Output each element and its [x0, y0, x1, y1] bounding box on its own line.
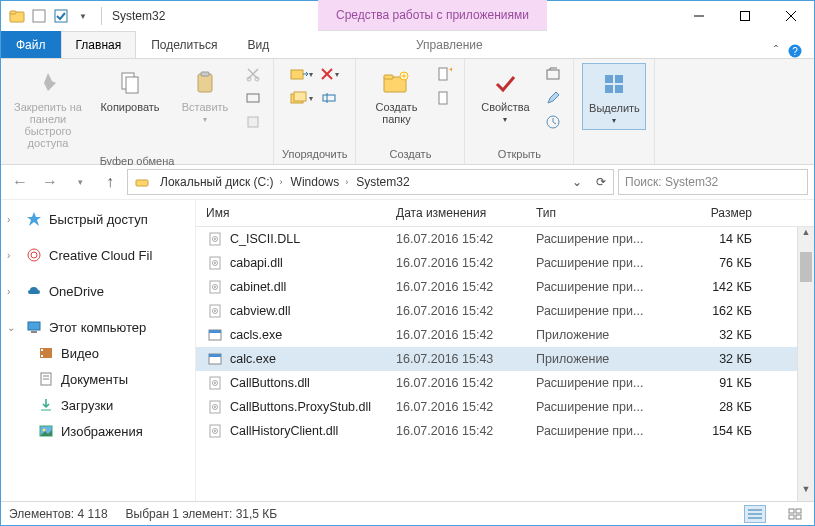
- properties-button[interactable]: Свойства ▾: [473, 63, 537, 128]
- col-size[interactable]: Размер: [674, 206, 752, 220]
- help-icon[interactable]: ?: [788, 44, 802, 58]
- maximize-button[interactable]: [722, 1, 768, 31]
- file-row[interactable]: cabview.dll16.07.2016 15:42Расширение пр…: [196, 299, 797, 323]
- minimize-button[interactable]: [676, 1, 722, 31]
- svg-rect-26: [384, 75, 393, 79]
- file-icon: [206, 326, 224, 344]
- collapse-ribbon-icon[interactable]: ˆ: [774, 44, 778, 58]
- breadcrumb: Локальный диск (C:)›: [156, 175, 287, 189]
- file-type: Приложение: [536, 328, 674, 342]
- col-date[interactable]: Дата изменения: [396, 206, 536, 220]
- file-size: 14 КБ: [674, 232, 752, 246]
- file-size: 162 КБ: [674, 304, 752, 318]
- file-row[interactable]: CallHistoryClient.dll16.07.2016 15:42Рас…: [196, 419, 797, 443]
- qat-dropdown-icon[interactable]: ▼: [73, 6, 93, 26]
- nav-onedrive[interactable]: ›OneDrive: [7, 278, 195, 304]
- col-name[interactable]: Имя: [206, 206, 396, 220]
- qat-item-checked[interactable]: [51, 6, 71, 26]
- navigation-pane[interactable]: ›Быстрый доступ ›Creative Cloud Fil ›One…: [1, 200, 196, 501]
- svg-rect-11: [126, 77, 138, 93]
- svg-rect-23: [323, 95, 335, 101]
- paste-shortcut-icon[interactable]: [241, 111, 265, 133]
- nav-quick-access[interactable]: ›Быстрый доступ: [7, 206, 195, 232]
- copy-to-icon[interactable]: ▾: [289, 87, 313, 109]
- window-title: System32: [112, 9, 165, 23]
- nav-documents[interactable]: Документы: [7, 366, 195, 392]
- close-button[interactable]: [768, 1, 814, 31]
- nav-pictures[interactable]: Изображения: [7, 418, 195, 444]
- search-input[interactable]: Поиск: System32: [618, 169, 808, 195]
- file-name: cabinet.dll: [230, 280, 286, 294]
- chevron-right-icon[interactable]: ›: [276, 177, 283, 187]
- chevron-right-icon[interactable]: ›: [341, 177, 348, 187]
- file-row[interactable]: CallButtons.dll16.07.2016 15:42Расширени…: [196, 371, 797, 395]
- svg-rect-5: [741, 12, 750, 21]
- tab-manage[interactable]: Управление: [391, 31, 508, 58]
- file-size: 32 КБ: [674, 328, 752, 342]
- tab-file[interactable]: Файл: [1, 31, 61, 58]
- nav-creative-cloud[interactable]: ›Creative Cloud Fil: [7, 242, 195, 268]
- refresh-icon[interactable]: ⟳: [589, 175, 613, 189]
- vertical-scrollbar[interactable]: ▲ ▼: [797, 227, 814, 501]
- svg-rect-30: [439, 68, 447, 80]
- view-large-icons-button[interactable]: [784, 505, 806, 523]
- scroll-up-icon[interactable]: ▲: [798, 227, 814, 244]
- scrollbar-thumb[interactable]: [800, 252, 812, 282]
- nav-downloads[interactable]: Загрузки: [7, 392, 195, 418]
- svg-rect-13: [201, 72, 209, 76]
- svg-point-58: [214, 262, 216, 264]
- tab-view[interactable]: Вид: [232, 31, 284, 58]
- tab-share[interactable]: Поделиться: [136, 31, 232, 58]
- chevron-right-icon[interactable]: ›: [7, 250, 19, 261]
- column-headers[interactable]: Имя Дата изменения Тип Размер: [196, 200, 814, 227]
- chevron-down-icon[interactable]: ⌄: [7, 322, 19, 333]
- file-row[interactable]: cabinet.dll16.07.2016 15:42Расширение пр…: [196, 275, 797, 299]
- svg-point-40: [28, 249, 40, 261]
- file-row[interactable]: cacls.exe16.07.2016 15:42Приложение32 КБ: [196, 323, 797, 347]
- svg-point-64: [214, 310, 216, 312]
- rename-icon[interactable]: [317, 87, 341, 109]
- forward-button[interactable]: →: [37, 169, 63, 195]
- paste-button[interactable]: Вставить ▾: [173, 63, 237, 128]
- svg-rect-36: [615, 75, 623, 83]
- cut-icon[interactable]: [241, 63, 265, 85]
- move-to-icon[interactable]: ▾: [289, 63, 313, 85]
- file-name: CallButtons.ProxyStub.dll: [230, 400, 371, 414]
- easy-access-icon[interactable]: [432, 87, 456, 109]
- up-button[interactable]: ↑: [97, 169, 123, 195]
- delete-icon[interactable]: ▾: [317, 63, 341, 85]
- nav-this-pc[interactable]: ⌄Этот компьютер: [7, 314, 195, 340]
- col-type[interactable]: Тип: [536, 206, 674, 220]
- svg-rect-37: [605, 85, 613, 93]
- file-row[interactable]: calc.exe16.07.2016 15:43Приложение32 КБ: [196, 347, 797, 371]
- back-button[interactable]: ←: [7, 169, 33, 195]
- new-folder-button[interactable]: Создать папку: [364, 63, 428, 129]
- select-button[interactable]: Выделить ▾: [582, 63, 646, 130]
- copy-button[interactable]: Копировать: [91, 63, 169, 117]
- nav-row: ← → ▾ ↑ Локальный диск (C:)› Windows› Sy…: [1, 165, 814, 199]
- view-details-button[interactable]: [744, 505, 766, 523]
- scroll-down-icon[interactable]: ▼: [798, 484, 814, 501]
- pin-quickaccess-button[interactable]: Закрепить на панели быстрого доступа: [9, 63, 87, 153]
- file-icon: [206, 374, 224, 392]
- svg-text:✦: ✦: [448, 66, 452, 75]
- copy-path-icon[interactable]: [241, 87, 265, 109]
- drive-icon: [128, 174, 156, 190]
- address-bar[interactable]: Локальный диск (C:)› Windows› System32 ⌄…: [127, 169, 614, 195]
- chevron-right-icon[interactable]: ›: [7, 286, 19, 297]
- edit-icon[interactable]: [541, 87, 565, 109]
- file-row[interactable]: CallButtons.ProxyStub.dll16.07.2016 15:4…: [196, 395, 797, 419]
- file-row[interactable]: C_ISCII.DLL16.07.2016 15:42Расширение пр…: [196, 227, 797, 251]
- tab-home[interactable]: Главная: [61, 31, 137, 58]
- open-icon[interactable]: [541, 63, 565, 85]
- history-icon[interactable]: [541, 111, 565, 133]
- nav-videos[interactable]: Видео: [7, 340, 195, 366]
- chevron-right-icon[interactable]: ›: [7, 214, 19, 225]
- file-size: 32 КБ: [674, 352, 752, 366]
- file-row[interactable]: cabapi.dll16.07.2016 15:42Расширение при…: [196, 251, 797, 275]
- qat-item[interactable]: [29, 6, 49, 26]
- new-item-icon[interactable]: ✦: [432, 63, 456, 85]
- address-dropdown-icon[interactable]: ⌄: [565, 175, 589, 189]
- recent-locations-icon[interactable]: ▾: [67, 169, 93, 195]
- file-rows[interactable]: C_ISCII.DLL16.07.2016 15:42Расширение пр…: [196, 227, 797, 501]
